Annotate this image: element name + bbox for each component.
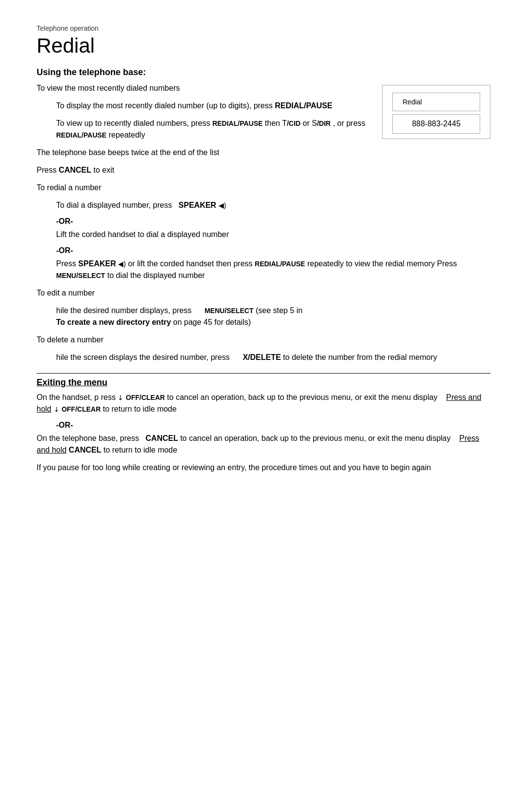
exiting-title: Exiting the menu <box>37 377 490 388</box>
off-icon-2: ↗ <box>51 404 62 415</box>
exiting-section: Exiting the menu On the handset, p ress … <box>37 377 490 474</box>
beeps-text: The telephone base beeps twice at the en… <box>37 147 367 158</box>
to-edit-text: To edit a number <box>37 287 490 299</box>
section-label: Telephone operation <box>37 24 490 32</box>
timeout-text: If you pause for too long while creating… <box>37 462 490 474</box>
using-title: Using the telephone base: <box>37 67 490 78</box>
speaker-icon-2: ◀) <box>118 260 126 268</box>
to-redial-text: To redial a number <box>37 182 490 194</box>
display-most-recently: To display the most recently dialed numb… <box>56 100 367 112</box>
phone-display-box: Redial 888-883-2445 <box>382 85 490 139</box>
section-divider <box>37 373 490 374</box>
exiting-p1: On the handset, p ress ↗ OFF/CLEAR to ca… <box>37 392 490 415</box>
phone-display-label: Redial <box>392 93 480 111</box>
page-title: Redial <box>37 34 490 58</box>
view-recently-text: To view the most recently dialed numbers <box>37 82 367 94</box>
lift-corded-text: Lift the corded handset to dial a displa… <box>56 229 490 240</box>
view-up-to: To view up to recently dialed numbers, p… <box>56 118 367 141</box>
exiting-p2: On the telephone base, press CANCEL to c… <box>37 433 490 456</box>
off-icon-1: ↗ <box>115 392 126 403</box>
hile-screen-text: hile the screen displays the desired num… <box>56 352 490 363</box>
press-speaker-text: Press SPEAKER ◀) or lift the corded hand… <box>56 258 490 281</box>
press-cancel-text: Press CANCEL to exit <box>37 164 367 176</box>
or-label-2: -OR- <box>56 246 490 255</box>
or-label-1: -OR- <box>56 217 490 226</box>
text-column: To view the most recently dialed numbers… <box>37 82 382 182</box>
speaker-icon: ◀) <box>219 201 226 209</box>
using-section: Using the telephone base: To view the mo… <box>37 67 490 363</box>
hile-desired-text: hile the desired number displays, press … <box>56 305 490 328</box>
to-delete-text: To delete a number <box>37 334 490 346</box>
or-label-exiting: -OR- <box>56 421 490 430</box>
phone-display-number: 888-883-2445 <box>392 114 480 134</box>
to-dial-text: To dial a displayed number, press SPEAKE… <box>56 199 490 211</box>
